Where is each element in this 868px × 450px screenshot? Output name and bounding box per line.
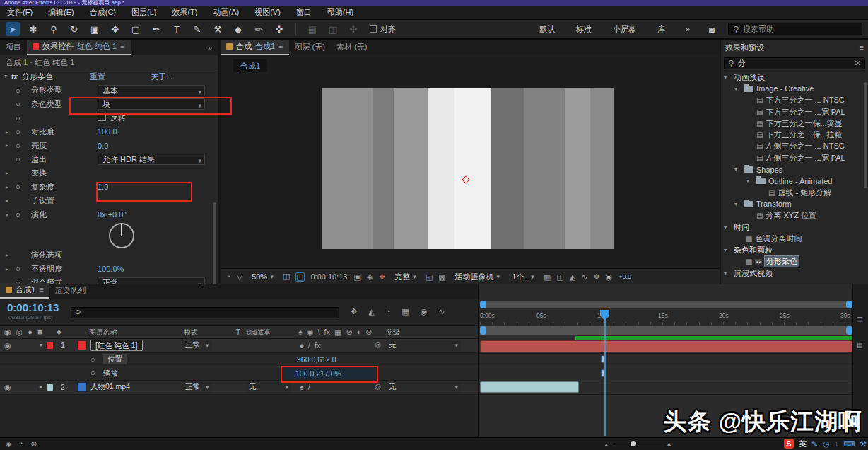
mini-flowchart-icon[interactable]: ✥ — [351, 308, 357, 316]
transparency-toggle-icon[interactable]: ▢ — [295, 272, 304, 282]
tab-render-queue[interactable]: 渲染队列 — [49, 283, 92, 299]
views-count-dropdown[interactable]: 1个..▾ — [509, 271, 537, 283]
camera-tool[interactable]: ▣ — [88, 22, 102, 36]
layer-row-2[interactable]: ◉ ▸ 2 人物01.mp4 正常▾ 无▾ ♠/ @ 无▾ — [0, 381, 478, 395]
snapshot-icon[interactable]: ▣ — [354, 273, 361, 281]
workspace-libraries[interactable]: 库 — [652, 24, 671, 35]
viewer-timecode[interactable]: 0:00:10:13 — [311, 272, 348, 281]
workspace-overflow-button[interactable]: » — [680, 25, 696, 33]
master-views-icon[interactable]: ◫ — [556, 273, 563, 281]
about-link[interactable]: 关于... — [151, 71, 172, 82]
preset-item[interactable]: ▾ ▤ ▩ 32 下方三分之一 ... NTSC — [721, 95, 868, 106]
folder-outline-animated[interactable]: ▾ ▤ ▩ 32 Outline - Animated — [721, 175, 868, 187]
twirl-icon[interactable]: ▸ — [6, 129, 16, 135]
workspace-standard[interactable]: 标准 — [570, 24, 597, 35]
sync-settings-icon[interactable]: ◙ — [705, 22, 719, 36]
menu-edit[interactable]: 编辑(E) — [48, 7, 74, 18]
effect-posterize-time[interactable]: ▾ ▤ ▩ 32 色调分离时间 — [721, 233, 868, 244]
mask-visibility-icon[interactable]: ▽ — [237, 273, 242, 281]
menu-animation[interactable]: 动画(A) — [213, 7, 240, 18]
presets-search-box[interactable]: ⚲ 分 ✕ — [724, 57, 865, 69]
twirl-icon[interactable]: ▸ — [6, 266, 16, 272]
region-of-interest-icon[interactable]: ◱ — [426, 273, 433, 281]
property-label[interactable]: 位置 — [103, 353, 127, 367]
presets-scrollbar[interactable] — [864, 82, 867, 188]
ime-language-label[interactable]: 英 — [799, 439, 807, 449]
menu-layer[interactable]: 图层(L) — [131, 7, 156, 18]
exposure-value[interactable]: +0.0 — [618, 273, 631, 280]
effect-header[interactable]: ▾ fx 分形杂色 重置 关于... — [0, 69, 218, 83]
preset-item[interactable]: ▾ ▤ ▩ 32 分离 XYZ 位置 — [721, 210, 868, 221]
folder-transform[interactable]: ▾ ▤ ▩ 32 Transform — [721, 198, 868, 209]
view-layout-dropdown[interactable]: 活动摄像机▾ — [452, 271, 503, 283]
param-value[interactable]: 基本 — [98, 85, 205, 96]
param-value[interactable]: 0.0 — [98, 142, 108, 150]
zoom-slider-track[interactable] — [612, 444, 662, 444]
current-timecode[interactable]: 0:00:10:13 — [7, 301, 59, 313]
presets-search-value[interactable]: 分 — [738, 58, 850, 69]
navigator-start-handle[interactable] — [480, 301, 486, 308]
twirl-icon[interactable]: ▸ — [6, 142, 16, 149]
column-trkmat[interactable]: 轨道遮罩 — [246, 326, 270, 338]
param-brightness[interactable]: ▸ ○ 亮度 0.0 — [0, 139, 218, 153]
frame-blend-icon[interactable]: ▦ — [401, 308, 409, 316]
reset-exposure-icon[interactable]: ◉ — [606, 273, 613, 281]
layer-switch-icon[interactable]: / — [308, 383, 310, 391]
graph-editor-icon[interactable]: ∿ — [438, 308, 445, 316]
navigator-end-handle[interactable] — [846, 301, 852, 308]
label-color-chip[interactable] — [47, 339, 53, 352]
param-fractal-type[interactable]: ○ 分形类型 基本 — [0, 83, 218, 98]
resolution-dropdown[interactable]: 完整▾ — [392, 271, 419, 283]
menu-view[interactable]: 视图(V) — [254, 7, 281, 18]
param-value[interactable]: 100.0 — [98, 127, 117, 136]
eraser-tool[interactable]: ◆ — [231, 22, 245, 36]
param-contrast[interactable]: ▸ ○ 对比度 100.0 — [0, 125, 218, 139]
label-color-chip[interactable] — [47, 381, 53, 394]
category-animation-presets[interactable]: ▾ ▤ ▩ 32 动画预设 — [721, 71, 868, 83]
preset-item[interactable]: ▾ ▤ ▩ 32 左侧三分之一 ... NTSC — [721, 141, 868, 152]
parent-dropdown[interactable]: 无▾ — [386, 381, 461, 394]
effect-fractal-noise[interactable]: ▾ ▤ ▩ 32 分形杂色 — [721, 256, 868, 267]
twirl-icon[interactable]: ▸ — [6, 170, 16, 176]
tools-icon[interactable]: ⚒ — [860, 439, 867, 449]
stopwatch-icon[interactable]: ○ — [90, 367, 95, 381]
twirl-icon[interactable]: ▾ — [40, 339, 42, 352]
property-label[interactable]: 缩放 — [103, 367, 118, 381]
keyboard-icon[interactable]: ⌨ — [843, 439, 855, 449]
zoom-tool[interactable]: ⚲ — [47, 22, 61, 36]
preset-item[interactable]: ▾ ▤ ▩ 32 下方三分之一保...突显 — [721, 117, 868, 129]
layer-name[interactable]: [红色 纯色 1] — [90, 339, 143, 352]
twirl-icon[interactable]: ▾ — [734, 166, 741, 173]
stopwatch-icon[interactable]: ○ — [16, 142, 31, 150]
menu-window[interactable]: 窗口 — [296, 7, 312, 18]
column-mode[interactable]: 模式 — [184, 326, 198, 338]
menu-effect[interactable]: 效果(T) — [172, 7, 197, 18]
property-row-position[interactable]: ○ 位置 960.0,612.0 — [0, 353, 478, 367]
twirl-icon[interactable]: ▾ — [6, 212, 16, 218]
clock-icon[interactable]: ◷ — [823, 439, 830, 449]
stopwatch-icon[interactable]: ○ — [16, 210, 31, 219]
param-evolution[interactable]: ▾ ○ 演化 0x +0.0° — [0, 208, 218, 222]
type-tool[interactable]: T — [170, 22, 184, 36]
twirl-icon[interactable]: ▸ — [40, 381, 42, 394]
twirl-icon[interactable]: ▾ — [746, 178, 753, 184]
workspace-default[interactable]: 默认 — [534, 24, 561, 35]
preset-item[interactable]: ▾ ▤ ▩ 32 左侧三分之一 ...宽 PAL — [721, 152, 868, 163]
twirl-icon[interactable]: ▸ — [6, 252, 16, 258]
preview-quality-icon[interactable]: ◔ — [226, 273, 231, 281]
pan-behind-tool[interactable]: ✥ — [108, 22, 122, 36]
twirl-icon[interactable]: ▾ — [724, 247, 731, 253]
menu-file[interactable]: 文件(F) — [7, 7, 33, 18]
rotate-tool[interactable]: ↻ — [67, 22, 81, 36]
brush-tool[interactable]: ✎ — [190, 22, 204, 36]
tab-footage[interactable]: 素材 (无) — [331, 40, 373, 55]
stopwatch-icon[interactable]: ○ — [16, 127, 31, 136]
stopwatch-icon[interactable]: ○ — [16, 114, 31, 122]
preset-item[interactable]: ▾ ▤ ▩ 32 下方三分之一 ...宽 PAL — [721, 106, 868, 117]
layer-name[interactable]: 人物01.mp4 — [90, 381, 130, 394]
property-row-scale[interactable]: ○ 缩放 100.0,217.0% — [0, 367, 478, 381]
effect-panel-scrollbar[interactable] — [213, 202, 216, 284]
tab-effect-controls[interactable]: 效果控件 红色 纯色 1 ≡ — [27, 40, 131, 55]
flowchart-icon[interactable]: ✥ — [593, 273, 599, 281]
hide-shy-icon[interactable]: ◔ — [386, 308, 391, 316]
